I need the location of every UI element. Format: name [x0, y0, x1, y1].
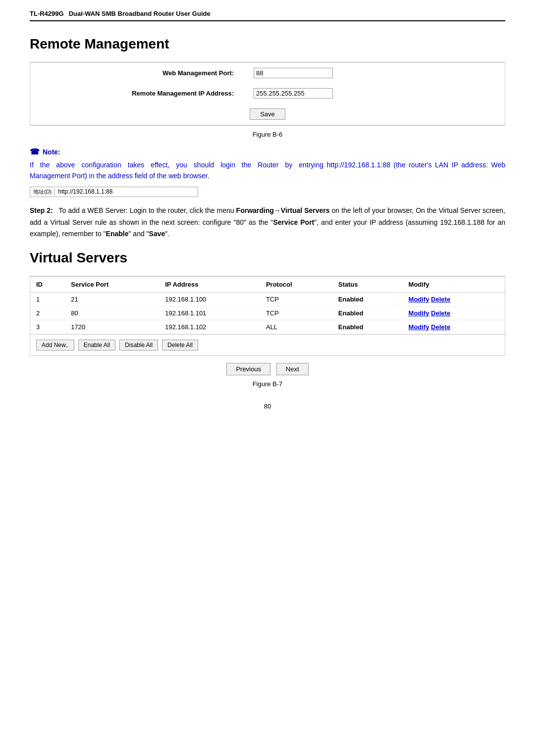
virtual-servers-section: Virtual Servers ID Service Port IP Addre…	[30, 250, 505, 388]
table-row: 2 80 192.168.1.101 TCP Enabled Modify De…	[30, 306, 505, 320]
modify-link-2[interactable]: Modify	[409, 323, 429, 331]
row-protocol: TCP	[260, 293, 332, 306]
col-modify: Modify	[403, 277, 505, 293]
row-service-port: 80	[65, 306, 159, 320]
row-ip-address: 192.168.1.101	[159, 306, 260, 320]
previous-button[interactable]: Previous	[226, 363, 270, 375]
virtual-servers-table-container: ID Service Port IP Address Protocol Stat…	[30, 276, 505, 356]
figure-b7-caption: Figure B-7	[30, 380, 505, 388]
virtual-servers-table: ID Service Port IP Address Protocol Stat…	[30, 276, 505, 334]
step2-label: Step 2:	[30, 206, 53, 214]
page-number: 80	[30, 403, 505, 410]
page-header: TL-R4299G Dual-WAN SMB Broadband Router …	[30, 10, 505, 21]
figure-b6-caption: Figure B-6	[30, 131, 505, 138]
row-status: Enabled	[332, 306, 403, 320]
next-button[interactable]: Next	[276, 363, 309, 375]
address-bar-label: 地址(D)	[33, 188, 55, 196]
guide-title: Dual-WAN SMB Broadband Router User Guide	[69, 10, 211, 17]
delete-link-1[interactable]: Delete	[431, 309, 450, 317]
note-icon: ☎	[30, 147, 40, 156]
remote-management-ip-input[interactable]	[254, 88, 333, 99]
remote-management-section: Remote Management Web Management Port: R…	[30, 36, 505, 138]
note-label-text: Note:	[43, 148, 60, 156]
note-section: ☎ Note: If the above configuration takes…	[30, 147, 505, 197]
enable-all-button[interactable]: Enable All	[78, 340, 115, 351]
save-button[interactable]: Save	[250, 108, 285, 120]
col-status: Status	[332, 277, 403, 293]
row-protocol: ALL	[260, 320, 332, 334]
delete-link-2[interactable]: Delete	[431, 323, 450, 331]
note-text: If the above configuration takes effect,…	[30, 159, 505, 182]
address-bar-url: http://192.168.1.1:88	[58, 188, 112, 195]
delete-link-0[interactable]: Delete	[431, 296, 450, 303]
address-bar: 地址(D) http://192.168.1.1:88	[30, 187, 198, 197]
virtual-servers-title: Virtual Servers	[30, 250, 505, 266]
row-modify[interactable]: Modify Delete	[403, 306, 505, 320]
row-status: Enabled	[332, 320, 403, 334]
col-protocol: Protocol	[260, 277, 332, 293]
row-id: 2	[30, 306, 65, 320]
row-protocol: TCP	[260, 306, 332, 320]
table-row: 1 21 192.168.1.100 TCP Enabled Modify De…	[30, 293, 505, 306]
row-id: 1	[30, 293, 65, 306]
row-modify[interactable]: Modify Delete	[403, 293, 505, 306]
web-port-label: Web Management Port:	[30, 63, 244, 84]
row-modify[interactable]: Modify Delete	[403, 320, 505, 334]
modify-link-0[interactable]: Modify	[409, 296, 429, 303]
add-new-button[interactable]: Add New..	[36, 340, 74, 351]
web-management-port-input[interactable]	[254, 68, 333, 78]
remote-management-form: Web Management Port: Remote Management I…	[30, 62, 505, 126]
row-id: 3	[30, 320, 65, 334]
disable-all-button[interactable]: Disable All	[119, 340, 158, 351]
model-label: TL-R4299G	[30, 10, 64, 17]
step2-text: Step 2: To add a WEB Server: Login to th…	[30, 205, 505, 240]
table-row: 3 1720 192.168.1.102 ALL Enabled Modify …	[30, 320, 505, 334]
col-ip-address: IP Address	[159, 277, 260, 293]
remote-ip-label: Remote Management IP Address:	[30, 83, 244, 103]
modify-link-1[interactable]: Modify	[409, 309, 429, 317]
col-id: ID	[30, 277, 65, 293]
row-status: Enabled	[332, 293, 403, 306]
pagination: Previous Next	[30, 363, 505, 375]
row-ip-address: 192.168.1.102	[159, 320, 260, 334]
vs-table-footer: Add New.. Enable All Disable All Delete …	[30, 334, 505, 355]
col-service-port: Service Port	[65, 277, 159, 293]
row-service-port: 21	[65, 293, 159, 306]
delete-all-button[interactable]: Delete All	[162, 340, 198, 351]
row-ip-address: 192.168.1.100	[159, 293, 260, 306]
note-label-container: ☎ Note:	[30, 147, 505, 156]
remote-management-title: Remote Management	[30, 36, 505, 52]
row-service-port: 1720	[65, 320, 159, 334]
